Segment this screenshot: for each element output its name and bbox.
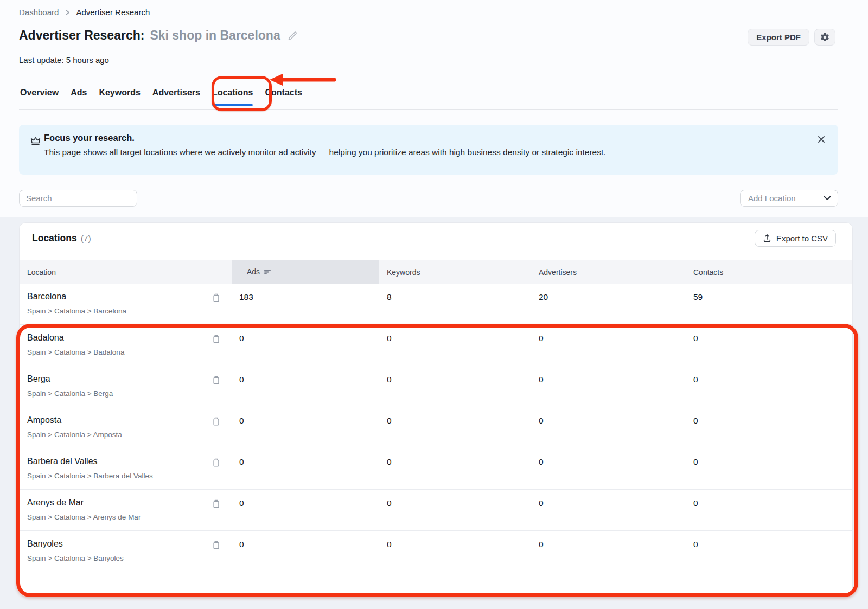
tab-bar: Overview Ads Keywords Advertisers Locati… — [19, 84, 838, 110]
advertisers-value-cell: 0 — [531, 407, 686, 448]
chevron-right-icon — [65, 9, 70, 16]
advertisers-value-cell: 0 — [531, 531, 686, 572]
last-update-text: Last update: 5 hours ago — [19, 55, 109, 65]
tab-overview[interactable]: Overview — [19, 84, 60, 109]
search-input[interactable] — [19, 190, 137, 207]
ads-value-cell: 0 — [232, 531, 379, 572]
banner-close-button[interactable] — [816, 134, 826, 144]
location-path: Spain > Catalonia > Badalona — [27, 348, 124, 356]
export-pdf-button[interactable]: Export PDF — [748, 29, 809, 46]
page-title: Advertiser Research: Ski shop in Barcelo… — [19, 28, 298, 43]
delete-location-button[interactable] — [212, 457, 221, 468]
advertisers-value-cell: 0 — [531, 366, 686, 407]
keywords-value-cell: 0 — [379, 448, 531, 489]
location-name: Berga — [27, 374, 113, 384]
breadcrumb-dashboard-link[interactable]: Dashboard — [19, 8, 59, 17]
chevron-down-icon — [824, 196, 831, 201]
keywords-value-cell: 0 — [379, 490, 531, 530]
location-text: Amposta Spain > Catalonia > Amposta — [27, 415, 122, 439]
column-header-advertisers[interactable]: Advertisers — [531, 260, 686, 284]
table-row: Barbera del Valles Spain > Catalonia > B… — [20, 448, 852, 490]
tab-advertisers[interactable]: Advertisers — [151, 84, 201, 109]
sort-descending-icon — [264, 269, 272, 275]
banner-title: Focus your research. — [44, 133, 838, 143]
info-banner: Focus your research. This page shows all… — [19, 125, 838, 175]
table-row: Barcelona Spain > Catalonia > Barcelona … — [20, 284, 852, 325]
keywords-value-cell: 0 — [379, 366, 531, 407]
advertisers-value-cell: 0 — [531, 490, 686, 530]
location-name: Barcelona — [27, 292, 126, 302]
trash-icon — [212, 334, 221, 344]
table-row: Banyoles Spain > Catalonia > Banyoles 0 … — [20, 531, 852, 572]
banner-body: This page shows all target locations whe… — [44, 148, 838, 157]
tab-locations[interactable]: Locations — [211, 84, 254, 109]
export-csv-button[interactable]: Export to CSV — [755, 230, 836, 247]
column-header-ads[interactable]: Ads — [232, 260, 379, 284]
delete-location-button[interactable] — [212, 416, 221, 427]
location-path: Spain > Catalonia > Amposta — [27, 431, 122, 439]
location-path: Spain > Catalonia > Barbera del Valles — [27, 472, 153, 480]
keywords-value-cell: 8 — [379, 284, 531, 324]
location-path: Spain > Catalonia > Berga — [27, 389, 113, 398]
contacts-value-cell: 0 — [686, 490, 852, 530]
contacts-value-cell: 0 — [686, 448, 852, 489]
ads-value-cell: 0 — [232, 325, 379, 366]
delete-location-button[interactable] — [212, 540, 221, 550]
ads-value-cell: 0 — [232, 448, 379, 489]
keywords-value-cell: 0 — [379, 325, 531, 366]
location-cell: Berga Spain > Catalonia > Berga — [20, 366, 232, 407]
location-path: Spain > Catalonia > Arenys de Mar — [27, 513, 141, 521]
breadcrumb: Dashboard Advertiser Research — [19, 8, 150, 17]
delete-location-button[interactable] — [212, 498, 221, 509]
add-location-dropdown[interactable]: Add Location — [740, 190, 838, 207]
location-path: Spain > Catalonia > Barcelona — [27, 307, 126, 315]
location-text: Arenys de Mar Spain > Catalonia > Arenys… — [27, 498, 141, 521]
location-cell: Arenys de Mar Spain > Catalonia > Arenys… — [20, 490, 232, 530]
location-name: Banyoles — [27, 539, 124, 549]
location-text: Badalona Spain > Catalonia > Badalona — [27, 333, 124, 356]
breadcrumb-current: Advertiser Research — [76, 8, 150, 17]
upload-icon — [763, 234, 771, 242]
location-cell: Banyoles Spain > Catalonia > Banyoles — [20, 531, 232, 572]
column-header-keywords[interactable]: Keywords — [379, 260, 531, 284]
ads-value-cell: 0 — [232, 366, 379, 407]
settings-button[interactable] — [814, 29, 835, 46]
table-header-row: Location Ads Keywords Advertisers Contac… — [20, 260, 852, 284]
page-title-name: Ski shop in Barcelona — [150, 28, 280, 43]
trash-icon — [212, 498, 221, 509]
delete-location-button[interactable] — [212, 334, 221, 344]
location-text: Barbera del Valles Spain > Catalonia > B… — [27, 457, 153, 480]
trash-icon — [212, 457, 221, 468]
trash-icon — [212, 375, 221, 386]
add-location-label: Add Location — [748, 194, 796, 203]
edit-title-button[interactable] — [287, 30, 298, 41]
tab-contacts[interactable]: Contacts — [264, 84, 303, 109]
contacts-value-cell: 59 — [686, 284, 852, 324]
location-name: Barbera del Valles — [27, 457, 153, 466]
pencil-icon — [287, 30, 298, 41]
table-row: Amposta Spain > Catalonia > Amposta 0 0 … — [20, 407, 852, 448]
locations-count-badge: (7) — [81, 234, 91, 243]
table-row: Arenys de Mar Spain > Catalonia > Arenys… — [20, 490, 852, 531]
trash-icon — [212, 540, 221, 550]
location-name: Amposta — [27, 415, 122, 425]
contacts-value-cell: 0 — [686, 531, 852, 572]
location-cell: Barbera del Valles Spain > Catalonia > B… — [20, 448, 232, 489]
ads-value-cell: 183 — [232, 284, 379, 324]
column-header-location[interactable]: Location — [20, 260, 232, 284]
location-name: Badalona — [27, 333, 124, 343]
location-cell: Amposta Spain > Catalonia > Amposta — [20, 407, 232, 448]
delete-location-button[interactable] — [212, 375, 221, 386]
column-header-contacts[interactable]: Contacts — [686, 260, 852, 284]
ads-value-cell: 0 — [232, 407, 379, 448]
delete-location-button[interactable] — [212, 292, 221, 303]
locations-card-title: Locations — [32, 233, 77, 244]
location-path: Spain > Catalonia > Banyoles — [27, 554, 124, 562]
crown-icon — [30, 135, 41, 148]
advertisers-value-cell: 20 — [531, 284, 686, 324]
tab-keywords[interactable]: Keywords — [98, 84, 141, 109]
advertisers-value-cell: 0 — [531, 325, 686, 366]
table-row: Badalona Spain > Catalonia > Badalona 0 … — [20, 325, 852, 366]
table-body: Barcelona Spain > Catalonia > Barcelona … — [20, 284, 852, 572]
tab-ads[interactable]: Ads — [69, 84, 88, 109]
